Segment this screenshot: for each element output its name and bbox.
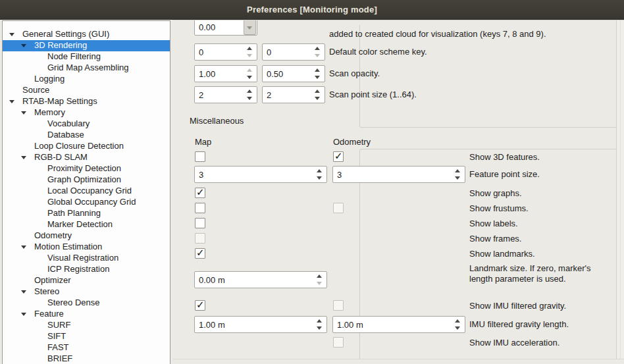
tree-item-global-occupancy-grid[interactable]: Global Occupancy Grid <box>3 197 170 208</box>
tree-item-brief[interactable]: BRIEF <box>3 353 170 364</box>
map-checkbox-show-graphs[interactable]: ✓ <box>195 188 205 198</box>
spin-up-icon[interactable] <box>315 47 320 50</box>
tree-item-marker-detection[interactable]: Marker Detection <box>3 219 170 230</box>
tree-item-logging[interactable]: Logging <box>3 74 170 85</box>
spin-up-icon[interactable] <box>317 169 322 172</box>
expand-arrow-icon[interactable] <box>9 33 14 36</box>
expand-arrow-icon[interactable] <box>21 246 26 249</box>
odom-spinbox-scan-opacity[interactable]: 0.50 <box>262 65 325 82</box>
spin-up-icon[interactable] <box>247 90 252 93</box>
field-label-show-landmarks: Show landmarks. <box>469 249 535 259</box>
spin-down-icon[interactable] <box>317 326 322 330</box>
map-checkbox-show-3d-features[interactable] <box>195 151 205 162</box>
spin-down-icon[interactable] <box>455 326 460 330</box>
tree-item-label: Stereo <box>3 286 170 298</box>
expand-arrow-icon[interactable] <box>9 100 14 103</box>
spin-up-icon[interactable] <box>247 47 252 50</box>
spin-up-icon[interactable] <box>317 274 322 278</box>
spinbox-partial[interactable]: 0.00 <box>194 20 257 36</box>
map-checkbox-show-imu-filtered-gravity[interactable]: ✓ <box>195 300 205 311</box>
map-checkbox-show-labels[interactable] <box>195 218 205 228</box>
title-bar[interactable]: Preferences [Monitoring mode] <box>0 0 624 20</box>
odom-spinbox-default-color-scheme-key[interactable]: 0 <box>262 43 325 61</box>
vertical-scrollbar[interactable] <box>616 20 624 359</box>
tree-item-label: Source <box>3 85 170 96</box>
tree-item-memory[interactable]: Memory <box>3 107 170 118</box>
tree-item-node-filtering[interactable]: Node Filtering <box>3 51 170 63</box>
tree-item-stereo[interactable]: Stereo <box>3 286 170 298</box>
spin-up-icon[interactable] <box>247 68 252 72</box>
tree-item-label: Grid Map Assembling <box>3 63 170 74</box>
expand-arrow-icon[interactable] <box>21 313 26 316</box>
tree-item-graph-optimization[interactable]: Graph Optimization <box>3 174 170 186</box>
tree-item-optimizer[interactable]: Optimizer <box>3 275 170 286</box>
tree-item-stereo-dense[interactable]: Stereo Dense <box>3 298 170 309</box>
odom-checkbox-show-imu-filtered-gravity <box>333 300 344 311</box>
tree-item-database[interactable]: Database <box>3 130 170 141</box>
tree-item-rgb-d-slam[interactable]: RGB-D SLAM <box>3 152 170 163</box>
spin-up-icon[interactable] <box>315 68 320 72</box>
spin-down-icon[interactable] <box>247 97 252 100</box>
expand-arrow-icon[interactable] <box>21 111 26 115</box>
odom-spinbox-scan-point-size-1-64[interactable]: 2 <box>262 86 325 103</box>
map-spinbox-scan-opacity[interactable]: 1.00 <box>194 65 257 82</box>
tree-item-motion-estimation[interactable]: Motion Estimation <box>3 242 170 253</box>
spin-up-icon[interactable] <box>455 319 460 323</box>
map-spinbox-imu-filtered-gravity-length[interactable]: 1.00 m <box>194 316 327 333</box>
tree-item-general-settings-gui[interactable]: General Settings (GUI) <box>3 29 170 40</box>
tree-item-visual-registration[interactable]: Visual Registration <box>3 253 170 264</box>
spinbox-value: 0.50 <box>267 69 283 79</box>
spin-down-icon[interactable] <box>247 54 252 57</box>
map-spinbox-default-color-scheme-key[interactable]: 0 <box>194 43 257 61</box>
spin-down-icon[interactable] <box>317 282 322 285</box>
spin-up-icon[interactable] <box>317 319 322 323</box>
expand-arrow-icon[interactable] <box>21 156 26 159</box>
spin-down-icon[interactable] <box>315 76 320 79</box>
map-checkbox-show-landmarks[interactable]: ✓ <box>195 248 205 259</box>
tree-item-surf[interactable]: SURF <box>3 320 170 331</box>
tree-item-path-planning[interactable]: Path Planning <box>3 208 170 219</box>
tree-item-sift[interactable]: SIFT <box>3 331 170 342</box>
tree-item-proximity-detection[interactable]: Proximity Detection <box>3 163 170 174</box>
odom-checkbox-show-3d-features[interactable]: ✓ <box>333 151 344 162</box>
tree-item-fast[interactable]: FAST <box>3 342 170 353</box>
spin-down-icon[interactable] <box>315 97 320 100</box>
map-spinbox-landmark-size-if-zero-marker-s-length-parameter-is-used[interactable]: 0.00 m <box>194 271 327 288</box>
tree-item-loop-closure-detection[interactable]: Loop Closure Detection <box>3 141 170 152</box>
field-label-show-graphs: Show graphs. <box>469 188 522 199</box>
tree-item-feature[interactable]: Feature <box>3 309 170 320</box>
tree-item-label: Feature <box>3 309 170 320</box>
tree-item-label: SURF <box>3 320 170 331</box>
tree-item-rtab-map-settings[interactable]: RTAB-Map Settings <box>3 96 170 107</box>
map-spinbox-scan-point-size-1-64[interactable]: 2 <box>194 86 257 103</box>
expand-arrow-icon[interactable] <box>21 44 26 47</box>
tree-item-label: Optimizer <box>3 275 170 286</box>
spin-up-icon[interactable] <box>455 169 460 172</box>
spinbox-value: 1.00 <box>199 69 215 79</box>
odom-spinbox-imu-filtered-gravity-length[interactable]: 1.00 m <box>332 316 465 333</box>
spin-down-icon[interactable] <box>247 76 252 79</box>
tree-item-label: Loop Closure Detection <box>3 141 170 152</box>
spin-down-icon[interactable] <box>455 176 460 180</box>
tree-item-local-occupancy-grid[interactable]: Local Occupancy Grid <box>3 186 170 197</box>
cloud-visualization-label: added to created cloud for visualization… <box>329 29 612 39</box>
tree-item-grid-map-assembling[interactable]: Grid Map Assembling <box>3 63 170 74</box>
spin-up-icon[interactable] <box>315 90 320 93</box>
tree-item-3d-rendering[interactable]: 3D Rendering <box>3 40 170 51</box>
spin-down-icon[interactable] <box>317 176 322 180</box>
tree-item-source[interactable]: Source <box>3 85 170 96</box>
odom-spinbox-feature-point-size[interactable]: 3 <box>332 166 465 183</box>
tree-item-label: Local Occupancy Grid <box>3 186 170 197</box>
tree-item-label: Node Filtering <box>3 51 170 63</box>
field-label-scan-point-size-1-64: Scan point size (1..64). <box>329 90 417 100</box>
expand-arrow-icon[interactable] <box>21 290 26 294</box>
tree-item-icp-registration[interactable]: ICP Registration <box>3 264 170 275</box>
tree-item-vocabulary[interactable]: Vocabulary <box>3 118 170 130</box>
map-spinbox-feature-point-size[interactable]: 3 <box>194 166 327 183</box>
field-label-landmark-size-if-zero-marker-s-length-parameter-is-used: Landmark size. If zero, marker's length … <box>469 263 613 284</box>
map-checkbox-show-frustums[interactable] <box>195 203 205 213</box>
tree-item-odometry[interactable]: Odometry <box>3 230 170 242</box>
cloud-voxel-spinbox-cut[interactable]: 0.00 <box>194 20 257 36</box>
spinbox-value: 3 <box>337 170 342 180</box>
spin-down-icon[interactable] <box>315 54 320 57</box>
